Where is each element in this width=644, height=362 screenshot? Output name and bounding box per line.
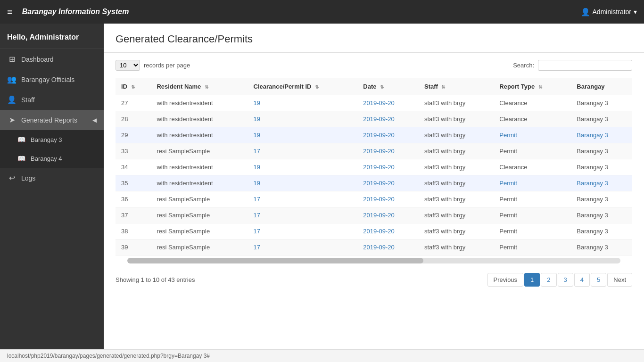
right-controls: Search: xyxy=(513,60,632,71)
cell-resident-name: with residentresident xyxy=(151,159,248,175)
previous-button[interactable]: Previous xyxy=(487,273,524,287)
per-page-select[interactable]: 10 25 50 100 xyxy=(116,60,140,71)
page-title: Generated Clearance/Permits xyxy=(116,33,632,45)
cell-report-type: Clearance xyxy=(494,159,571,175)
sort-icon-type: ⇅ xyxy=(538,84,542,90)
cell-date[interactable]: 2019-09-20 xyxy=(357,191,419,207)
cell-id: 33 xyxy=(116,143,151,159)
sort-icon-staff: ⇅ xyxy=(441,84,445,90)
cell-id: 37 xyxy=(116,207,151,223)
sidebar-item-logs[interactable]: ↩ Logs xyxy=(0,168,104,188)
cell-barangay: Barangay 3 xyxy=(571,95,632,111)
table-row: 36resi SampleSample172019-09-20staff3 wi… xyxy=(116,191,632,207)
officials-icon: 👥 xyxy=(7,75,17,84)
cell-date[interactable]: 2019-09-20 xyxy=(357,207,419,223)
cell-date[interactable]: 2019-09-20 xyxy=(357,175,419,191)
cell-id: 35 xyxy=(116,175,151,191)
scroll-area xyxy=(104,255,644,266)
cell-id: 39 xyxy=(116,239,151,255)
cell-date[interactable]: 2019-09-20 xyxy=(357,159,419,175)
table-row: 37resi SampleSample172019-09-20staff3 wi… xyxy=(116,207,632,223)
cell-clearance-id[interactable]: 19 xyxy=(248,111,358,127)
table-controls: 10 25 50 100 records per page Search: xyxy=(104,53,644,78)
cell-resident-name: with residentresident xyxy=(151,95,248,111)
cell-staff: staff3 with brgy xyxy=(419,207,494,223)
cell-report-type: Permit xyxy=(494,127,571,143)
cell-staff: staff3 with brgy xyxy=(419,95,494,111)
content-header: Generated Clearance/Permits xyxy=(104,24,644,53)
cell-clearance-id[interactable]: 17 xyxy=(248,143,358,159)
search-label: Search: xyxy=(513,62,534,69)
url-display: localhost/php2019/barangay/pages/generat… xyxy=(7,353,210,359)
cell-clearance-id[interactable]: 17 xyxy=(248,223,358,239)
hamburger-icon[interactable]: ≡ xyxy=(7,7,13,17)
horizontal-scrollbar[interactable] xyxy=(127,258,620,263)
navbar-left: ≡ Barangay Information System xyxy=(7,7,129,17)
cell-date[interactable]: 2019-09-20 xyxy=(357,111,419,127)
cell-barangay: Barangay 3 xyxy=(571,207,632,223)
user-dropdown-icon: ▾ xyxy=(634,8,637,16)
sidebar-item-staff[interactable]: 👤 Staff xyxy=(0,90,104,110)
cell-report-type: Permit xyxy=(494,239,571,255)
cell-report-type: Permit xyxy=(494,175,571,191)
sidebar-item-barangay-4[interactable]: 📖 Barangay 4 xyxy=(0,149,104,168)
cell-report-type: Clearance xyxy=(494,95,571,111)
brand-title: Barangay Information System xyxy=(22,8,129,16)
table-header: ID ⇅ Resident Name ⇅ Clearance/Permit ID… xyxy=(116,78,632,95)
left-controls: 10 25 50 100 records per page xyxy=(116,60,190,71)
cell-resident-name: resi SampleSample xyxy=(151,239,248,255)
cell-clearance-id[interactable]: 17 xyxy=(248,191,358,207)
search-input[interactable] xyxy=(538,60,632,71)
cell-clearance-id[interactable]: 17 xyxy=(248,239,358,255)
cell-clearance-id[interactable]: 19 xyxy=(248,175,358,191)
sort-icon-date: ⇅ xyxy=(380,84,384,90)
user-icon: 👤 xyxy=(581,8,590,16)
sidebar: Hello, Administrator ⊞ Dashboard 👥 Baran… xyxy=(0,24,104,349)
cell-clearance-id[interactable]: 19 xyxy=(248,159,358,175)
page-button-3[interactable]: 3 xyxy=(558,273,573,287)
book-icon-4: 📖 xyxy=(17,155,26,162)
sidebar-submenu: 📖 Barangay 3 📖 Barangay 4 xyxy=(0,130,104,168)
cell-id: 38 xyxy=(116,223,151,239)
table-row: 29with residentresident192019-09-20staff… xyxy=(116,127,632,143)
col-clearance-id: Clearance/Permit ID ⇅ xyxy=(248,78,358,95)
cell-clearance-id[interactable]: 17 xyxy=(248,207,358,223)
content-area: Generated Clearance/Permits 10 25 50 100… xyxy=(104,24,644,349)
col-barangay: Barangay xyxy=(571,78,632,95)
sidebar-item-generated-reports[interactable]: ➤ Generated Reports ◀ xyxy=(0,110,104,130)
records-per-page-label: records per page xyxy=(144,62,190,69)
table-row: 27with residentresident192019-09-20staff… xyxy=(116,95,632,111)
cell-staff: staff3 with brgy xyxy=(419,223,494,239)
page-button-5[interactable]: 5 xyxy=(591,273,606,287)
page-button-1[interactable]: 1 xyxy=(524,273,540,287)
cell-date[interactable]: 2019-09-20 xyxy=(357,95,419,111)
cell-report-type: Clearance xyxy=(494,111,571,127)
sidebar-item-barangay-3[interactable]: 📖 Barangay 3 xyxy=(0,130,104,149)
cell-staff: staff3 with brgy xyxy=(419,175,494,191)
cell-date[interactable]: 2019-09-20 xyxy=(357,239,419,255)
sidebar-item-barangay-officials[interactable]: 👥 Barangay Officials xyxy=(0,69,104,90)
cell-date[interactable]: 2019-09-20 xyxy=(357,223,419,239)
sort-icon-resident: ⇅ xyxy=(205,84,208,90)
user-menu[interactable]: 👤 Administrator ▾ xyxy=(581,8,637,16)
cell-report-type: Permit xyxy=(494,223,571,239)
cell-id: 29 xyxy=(116,127,151,143)
cell-date[interactable]: 2019-09-20 xyxy=(357,143,419,159)
cell-resident-name: with residentresident xyxy=(151,111,248,127)
cell-barangay: Barangay 3 xyxy=(571,191,632,207)
cell-resident-name: resi SampleSample xyxy=(151,207,248,223)
cell-report-type: Permit xyxy=(494,143,571,159)
cell-report-type: Permit xyxy=(494,207,571,223)
main-layout: Hello, Administrator ⊞ Dashboard 👥 Baran… xyxy=(0,24,644,349)
page-button-4[interactable]: 4 xyxy=(574,273,590,287)
cell-clearance-id[interactable]: 19 xyxy=(248,127,358,143)
next-button[interactable]: Next xyxy=(607,273,632,287)
user-label: Administrator xyxy=(593,8,631,16)
sidebar-item-dashboard[interactable]: ⊞ Dashboard xyxy=(0,49,104,69)
cell-clearance-id[interactable]: 19 xyxy=(248,95,358,111)
page-button-2[interactable]: 2 xyxy=(541,273,556,287)
pagination-area: Showing 1 to 10 of 43 entries Previous 1… xyxy=(104,266,644,294)
sidebar-item-label: Staff xyxy=(21,96,35,104)
col-staff: Staff ⇅ xyxy=(419,78,494,95)
cell-date[interactable]: 2019-09-20 xyxy=(357,127,419,143)
